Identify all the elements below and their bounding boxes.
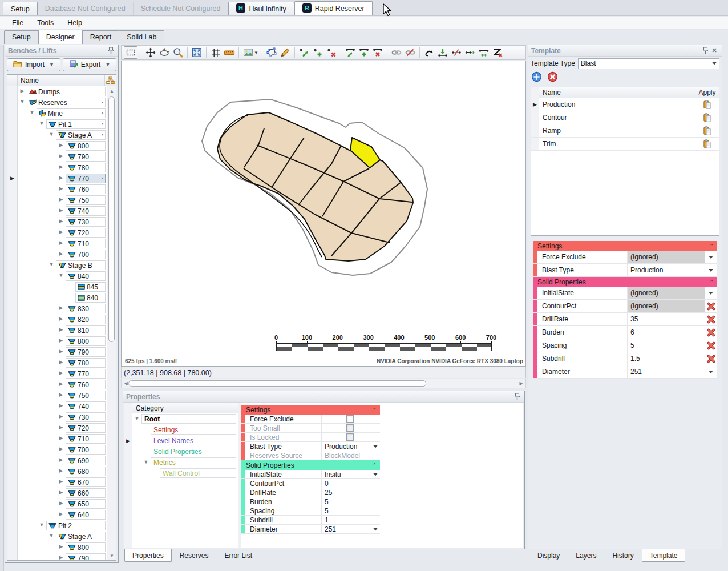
tree-row-dumps[interactable]: ▶Dumps [7, 86, 107, 97]
tab-layers[interactable]: Layers [568, 550, 604, 562]
pin-icon[interactable] [701, 47, 710, 55]
property-row-diameter[interactable]: Diameter251 [241, 525, 380, 534]
grid-toggle-icon[interactable] [209, 46, 223, 59]
add-template-button[interactable] [531, 71, 542, 84]
menu-file[interactable]: File [6, 17, 30, 29]
tree-row-pit-1[interactable]: ▼Pit 1▪ [7, 119, 107, 130]
app-tab-database-not-configured[interactable]: Database Not Configured [38, 2, 134, 15]
template-row-production[interactable]: ▶Production [531, 98, 719, 111]
tree-expander-icon[interactable]: ▶ [58, 413, 64, 419]
tree-expander-icon[interactable]: ▶ [58, 359, 64, 365]
tree-expander-icon[interactable]: ▶ [58, 153, 64, 159]
template-row-contour[interactable]: Contour [531, 111, 719, 124]
tree-row-640[interactable]: ▶640 [7, 509, 107, 520]
tree-expander-icon[interactable]: ▼ [29, 110, 35, 115]
project-down-icon[interactable] [436, 46, 450, 59]
image-export-icon[interactable] [241, 46, 255, 59]
tree-row-790[interactable]: ▶790 [7, 347, 107, 357]
tree-expander-icon[interactable]: ▼ [38, 522, 45, 528]
vertex-delete-icon[interactable] [325, 46, 338, 59]
tree-row-800[interactable]: ▶800 [7, 336, 107, 347]
measure-ruler-icon[interactable] [223, 46, 236, 59]
tree-row-845[interactable]: 845 [7, 282, 107, 292]
property-row-too-small[interactable]: Too Small [241, 424, 380, 433]
tree-expander-icon[interactable]: ▶ [58, 251, 64, 256]
app-tab-setup[interactable]: Setup [3, 2, 38, 15]
tree-row-810[interactable]: ▶810 [7, 325, 107, 336]
app-tab-rapid-reserver[interactable]: RRapid Reserver [294, 1, 373, 15]
edit-pencil-icon[interactable] [278, 46, 292, 59]
tree-expander-icon[interactable]: ▶ [58, 478, 64, 484]
collapse-icon[interactable]: ⌃ [709, 243, 717, 249]
tree-expander-icon[interactable]: ▶ [58, 370, 64, 376]
remove-value-icon[interactable] [705, 352, 717, 365]
app-tab-haul-infinity[interactable]: HHaul Infinity [228, 2, 294, 15]
tree-expander-icon[interactable]: ▶ [58, 337, 64, 343]
scroll-down-icon[interactable]: ▼ [107, 551, 116, 560]
tab-error-list[interactable]: Error List [216, 550, 260, 562]
tree-expander-icon[interactable]: ▶ [58, 554, 64, 560]
collapse-icon[interactable]: ⌃ [709, 279, 717, 285]
tab-reserves[interactable]: Reserves [172, 550, 217, 562]
group-header-settings[interactable]: Settings⌃ [533, 241, 717, 251]
tree-expander-icon[interactable]: ▼ [48, 533, 55, 538]
tree-expander-icon[interactable]: ▶ [58, 186, 64, 191]
tree-expander-icon[interactable]: ▼ [48, 131, 55, 137]
menu-help[interactable]: Help [61, 17, 88, 29]
tree-expander-icon[interactable]: ▶ [58, 435, 64, 441]
category-level-names[interactable]: Level Names [132, 435, 238, 446]
marquee-select-icon[interactable] [124, 46, 137, 59]
tree-row-stage-a[interactable]: ▼Stage A▪ [7, 130, 107, 140]
template-type-dropdown[interactable]: Blast [578, 58, 719, 69]
tree-row-mine[interactable]: ▼Mine▪ [7, 108, 107, 119]
category-settings[interactable]: Settings [132, 424, 238, 435]
tree-row-pit-2[interactable]: ▼Pit 2 [7, 520, 107, 531]
tree-expander-icon[interactable]: ▶ [58, 511, 64, 517]
reverse-direction-icon[interactable] [422, 46, 436, 59]
tree-row-690[interactable]: ▶690 [7, 455, 107, 466]
name-column-header[interactable]: Name [18, 75, 104, 86]
tree-expander-icon[interactable]: ▶ [58, 457, 64, 463]
tree-row-840[interactable]: ▼840 [7, 271, 107, 282]
template-row-ramp[interactable]: Ramp [531, 124, 719, 138]
zoom-view-icon[interactable] [171, 46, 185, 59]
tree-expander-icon[interactable]: ▶ [58, 305, 64, 311]
delete-template-button[interactable] [547, 71, 558, 84]
category-column-header[interactable]: Category [132, 403, 238, 413]
unlink-segments-icon[interactable] [403, 46, 417, 59]
chevron-down-icon[interactable]: ▼ [254, 50, 258, 55]
tree-row-stage-a[interactable]: ▼Stage A [7, 531, 107, 542]
tree-row-730[interactable]: ▶730 [7, 412, 107, 423]
tree-expander-icon[interactable]: ▶ [58, 207, 64, 213]
property-row-burden[interactable]: Burden5 [241, 497, 380, 506]
property-row-drillrate[interactable]: DrillRate25 [241, 488, 380, 497]
menu-tools[interactable]: Tools [31, 17, 60, 29]
apply-template-icon[interactable] [703, 100, 711, 109]
tree-expander-icon[interactable]: ▶ [58, 196, 64, 202]
property-row-blast-type[interactable]: Blast TypeProduction [533, 264, 717, 277]
checkbox-too-small[interactable] [346, 424, 354, 432]
tab-template[interactable]: Template [642, 549, 686, 562]
tree-expander-icon[interactable]: ▶ [58, 316, 64, 321]
tree-expander-icon[interactable]: ▶ [58, 403, 64, 408]
property-row-force-exclude[interactable]: Force Exclude(Ignored) [533, 251, 717, 264]
tab-properties[interactable]: Properties [124, 549, 172, 562]
tree-row-740[interactable]: ▶740 [7, 401, 107, 412]
chevron-down-icon[interactable] [705, 287, 717, 299]
tree-row-820[interactable]: ▶820 [7, 314, 107, 325]
tree-expander-icon[interactable]: ▼ [48, 262, 55, 267]
tab-designer[interactable]: Designer [38, 30, 83, 44]
pin-icon[interactable] [106, 47, 115, 55]
pin-icon[interactable] [512, 393, 521, 401]
group-header-solid-properties[interactable]: Solid Properties⌃ [241, 460, 380, 470]
tree-row-800[interactable]: ▶800 [7, 542, 107, 553]
app-tab-schedule-not-configured[interactable]: Schedule Not Configured [134, 2, 229, 15]
property-row-drillrate[interactable]: DrillRate35 [533, 313, 717, 326]
apply-template-icon[interactable] [703, 126, 711, 135]
tree-row-780[interactable]: ▶780 [7, 162, 107, 173]
tree-expander-icon[interactable]: ▼ [143, 459, 149, 465]
split-segment-icon[interactable] [450, 46, 463, 59]
tree-expander-icon[interactable]: ▼ [134, 416, 140, 421]
chevron-down-icon[interactable] [373, 473, 378, 476]
stretch-segment-icon[interactable] [477, 46, 491, 59]
